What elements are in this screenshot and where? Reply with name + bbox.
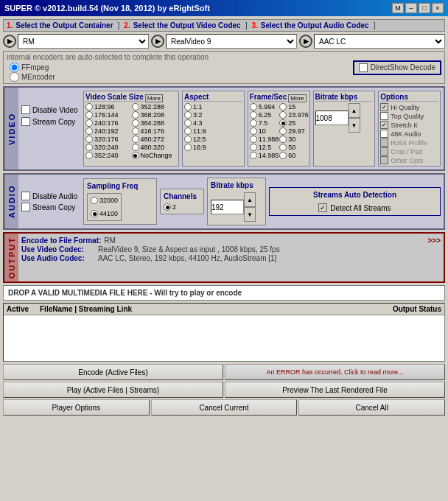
fps-75: 7.5: [250, 119, 279, 127]
scale-320-176: 320:176: [85, 136, 131, 143]
audio-bitrate-up-button[interactable]: ▲: [244, 192, 256, 207]
disable-video-checkbox[interactable]: [21, 105, 30, 114]
scale-more-button[interactable]: More: [145, 94, 163, 102]
drop-zone[interactable]: DROP A VALID MULTIMEDIA FILE HERE - Will…: [3, 285, 445, 301]
video-options-panel: Options Hi Quality Top Quality Stretc: [378, 91, 441, 167]
other-opts-checkbox[interactable]: [380, 156, 388, 164]
file-list-body: [4, 315, 444, 360]
stream-copy-checkbox[interactable]: [21, 117, 30, 126]
maximize-button[interactable]: □: [419, 3, 430, 13]
scale-128-96: 128:96: [85, 103, 131, 111]
audio-section-label: AUDIO: [4, 175, 18, 228]
stretch-it-checkbox[interactable]: [380, 121, 388, 129]
audio-stream-copy-checkbox[interactable]: [21, 203, 30, 211]
stream-copy-text: Stream Copy: [32, 118, 75, 126]
directshow-checkbox[interactable]: [359, 63, 368, 72]
option-stretch-it: Stretch It: [380, 121, 438, 129]
error-button[interactable]: An ERROR has occurred. Click to read mor…: [225, 364, 445, 380]
bottom-buttons: Encode (Active Files) An ERROR has occur…: [3, 364, 445, 416]
sampling-32000: 32000: [91, 197, 118, 204]
output-video-value: RealVideo 9, Size & Aspect as input , 10…: [98, 245, 280, 253]
encode-active-button[interactable]: Encode (Active Files): [3, 364, 223, 380]
audio-bitrate-input[interactable]: [211, 200, 244, 214]
ffmpeg-radio[interactable]: [10, 63, 19, 72]
output-format-label: Encode to File Format:: [21, 237, 101, 245]
48k-audio-checkbox[interactable]: [380, 130, 388, 138]
fps-11988: 11.988: [250, 136, 279, 143]
audio-section: AUDIO Disable Audio Stream Copy Sampli: [3, 173, 445, 230]
col-status: Output Status: [375, 305, 441, 313]
video-controls: Disable Video Stream Copy: [21, 91, 80, 167]
sampling-44100-radio[interactable]: [91, 210, 98, 217]
video-scale-panel: Video Scale Size More 128:96 352:288 176…: [83, 91, 179, 167]
detect-all-checkbox[interactable]: ✓: [318, 203, 327, 212]
h264-profile-checkbox[interactable]: [380, 139, 388, 147]
video-section: VIDEO Disable Video Stream Copy: [3, 86, 445, 171]
scale-240-176: 240:176: [85, 119, 131, 127]
player-options-button[interactable]: Player Options: [3, 399, 150, 416]
step3-label: Select the Output Audio Codec: [261, 21, 369, 29]
codec-dropdowns: ▶ RM ▶ RealVideo 9 ▶ AAC LC: [3, 34, 445, 49]
fps-125: 12.5: [250, 144, 279, 151]
directshow-decode-button[interactable]: DirectShow Decode: [353, 60, 441, 75]
output-format-value: RM: [104, 237, 116, 245]
video-codec-icon: ▶: [151, 35, 164, 48]
play-active-button[interactable]: Play (Active Files | Streams): [3, 382, 223, 398]
disable-video-label[interactable]: Disable Video: [21, 105, 80, 114]
app-title: SUPER © v2012.build.54 (Nov 18, 2012) by…: [4, 4, 210, 13]
sampling-options: 32000 44100: [87, 193, 122, 221]
channels-title: Channels: [164, 192, 197, 200]
options-title: Options: [380, 93, 438, 102]
ffmpeg-option[interactable]: FFmpeg: [10, 63, 209, 72]
scale-title: Video Scale Size: [85, 93, 144, 102]
disable-audio-checkbox[interactable]: [21, 192, 30, 200]
hi-quality-checkbox[interactable]: [380, 103, 388, 111]
sampling-32000-radio[interactable]: [91, 197, 98, 204]
audio-stream-copy-label[interactable]: Stream Copy: [21, 203, 80, 211]
fps-50: 50: [279, 144, 309, 151]
container-select[interactable]: RM: [18, 34, 149, 49]
sampling-title: Sampling Freq: [87, 182, 138, 190]
aspect-1-1: 1:1: [184, 103, 242, 111]
fps-5994: 5.994: [250, 103, 279, 111]
aspect-12-5: 12:5: [184, 136, 242, 143]
mencoder-radio[interactable]: [10, 72, 19, 82]
detect-title: Streams Auto Detection: [313, 191, 396, 199]
scale-240-192: 240:192: [85, 127, 131, 135]
option-48k-audio: 48K Audio: [380, 130, 438, 138]
stream-copy-label[interactable]: Stream Copy: [21, 117, 80, 126]
top-quality-checkbox[interactable]: [380, 112, 388, 120]
bitrate-down-button[interactable]: ▼: [349, 118, 360, 133]
step-bar: 1. Select the Output Container ] 2. Sele…: [3, 19, 445, 32]
audio-codec-select[interactable]: AAC LC: [314, 34, 445, 49]
fps-options: 5.994 15 6.25 23.976 7.5 25 10 29.97 11.…: [250, 103, 308, 159]
output-audio-label: Use Audio Codec:: [21, 254, 95, 262]
step1-num: 1.: [7, 21, 13, 29]
option-top-quality: Top Quality: [380, 112, 438, 120]
output-audio-row: Use Audio Codec: AAC LC, Stereo, 192 kbp…: [21, 254, 441, 262]
cancel-current-button[interactable]: Cancel Current: [151, 399, 298, 416]
audio-bitrate-down-button[interactable]: ▼: [244, 207, 256, 222]
fps-more-button[interactable]: More: [288, 94, 306, 102]
channel-2-radio[interactable]: [164, 203, 171, 211]
cancel-all-button[interactable]: Cancel All: [298, 399, 445, 416]
audio-stream-copy-text: Stream Copy: [32, 203, 75, 211]
close-button[interactable]: ×: [432, 3, 444, 13]
detect-checkbox-row: ✓ Detect All Streams: [318, 203, 391, 212]
encoder-options: FFmpeg MEncoder: [10, 63, 209, 82]
minimize-button[interactable]: –: [405, 3, 417, 13]
disable-audio-label[interactable]: Disable Audio: [21, 192, 80, 200]
preview-button[interactable]: Preview The Last Rendered File: [225, 382, 445, 398]
mencoder-option[interactable]: MEncoder: [10, 72, 209, 82]
video-codec-dropdown-wrapper: ▶ RealVideo 9: [151, 34, 297, 49]
audio-controls: Disable Audio Stream Copy: [21, 192, 80, 211]
options-list: Hi Quality Top Quality Stretch It 4: [380, 103, 438, 164]
crop-pad-checkbox[interactable]: [380, 147, 388, 155]
audio-bitrate-control: ▲ ▼: [211, 192, 256, 222]
m-button[interactable]: M: [392, 3, 404, 13]
step3-num: 3.: [251, 21, 257, 29]
scale-352-240: 352:240: [85, 152, 131, 159]
video-bitrate-input[interactable]: [315, 111, 349, 125]
video-codec-select[interactable]: RealVideo 9: [166, 34, 297, 49]
bitrate-up-button[interactable]: ▲: [349, 103, 360, 118]
